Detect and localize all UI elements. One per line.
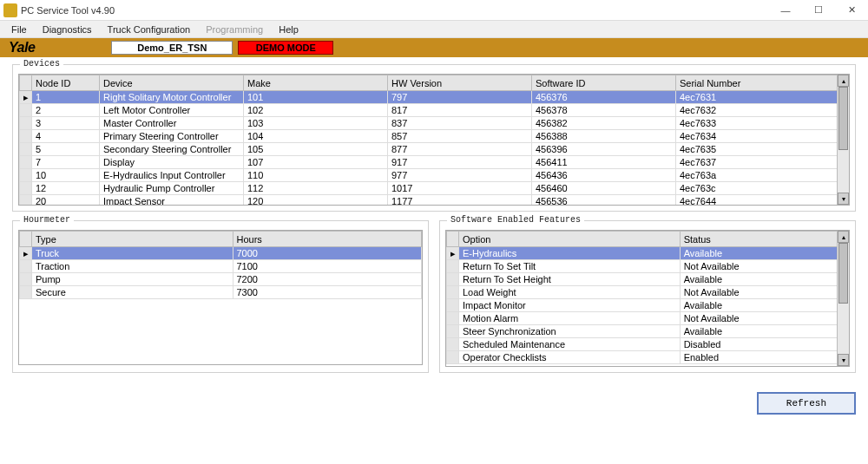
col-hw-version[interactable]: HW Version	[388, 75, 532, 91]
cell-make: 105	[244, 143, 388, 156]
scroll-up-icon[interactable]: ▴	[838, 75, 849, 87]
row-indicator	[20, 182, 32, 195]
cell-node: 12	[32, 182, 100, 195]
devices-scrollbar[interactable]: ▴ ▾	[837, 75, 849, 205]
cell-sw: 456378	[532, 104, 676, 117]
row-indicator	[20, 195, 32, 206]
col-type[interactable]: Type	[32, 232, 233, 247]
table-row[interactable]: ▸E-HydraulicsAvailable	[447, 247, 849, 260]
row-indicator	[20, 273, 32, 286]
refresh-button[interactable]: Refresh	[757, 392, 856, 415]
table-row[interactable]: ▸1Right Solitary Motor Controller1017974…	[20, 91, 849, 104]
minimize-button[interactable]: —	[769, 0, 802, 21]
cell-serial: 4ec763c	[676, 182, 849, 195]
cell-option: Load Weight	[459, 286, 681, 299]
table-row[interactable]: Scheduled MaintenanceDisabled	[447, 338, 849, 351]
table-row[interactable]: ▸Truck7000	[20, 247, 422, 260]
table-row[interactable]: Motion AlarmNot Available	[447, 312, 849, 325]
cell-sw: 456411	[532, 156, 676, 169]
table-row[interactable]: Impact MonitorAvailable	[447, 299, 849, 312]
cell-node: 1	[32, 91, 100, 104]
cell-hw: 817	[388, 104, 532, 117]
row-indicator	[20, 260, 32, 273]
cell-node: 3	[32, 117, 100, 130]
features-scrollbar[interactable]: ▴ ▾	[837, 231, 849, 366]
cell-status: Available	[680, 273, 848, 286]
cell-type: Traction	[32, 260, 233, 273]
table-row[interactable]: 5Secondary Steering Controller1058774563…	[20, 143, 849, 156]
table-row[interactable]: 7Display1079174564114ec7637	[20, 156, 849, 169]
hourmeter-table[interactable]: Type Hours ▸Truck7000Traction7100Pump720…	[19, 231, 422, 299]
demo-name-label: Demo_ER_TSN	[111, 41, 233, 55]
cell-option: Return To Set Tilt	[459, 260, 681, 273]
features-table[interactable]: Option Status ▸E-HydraulicsAvailableRetu…	[446, 231, 849, 364]
row-indicator	[447, 286, 459, 299]
col-make[interactable]: Make	[244, 75, 388, 91]
col-hours[interactable]: Hours	[233, 232, 422, 247]
scroll-down-icon[interactable]: ▾	[838, 193, 849, 205]
cell-hw: 1017	[388, 182, 532, 195]
cell-node: 2	[32, 104, 100, 117]
menu-help[interactable]: Help	[271, 23, 306, 36]
menu-file[interactable]: File	[3, 23, 35, 36]
table-row[interactable]: 10E-Hydraulics Input Controller110977456…	[20, 169, 849, 182]
col-status[interactable]: Status	[680, 232, 848, 247]
col-software-id[interactable]: Software ID	[532, 75, 676, 91]
cell-type: Truck	[32, 247, 233, 260]
row-indicator	[20, 286, 32, 299]
table-row[interactable]: 2Left Motor Controller1028174563784ec763…	[20, 104, 849, 117]
demo-mode-badge: DEMO MODE	[238, 41, 333, 55]
table-row[interactable]: 4Primary Steering Controller104857456388…	[20, 130, 849, 143]
menu-programming[interactable]: Programming	[198, 23, 271, 36]
table-row[interactable]: Pump7200	[20, 273, 422, 286]
row-indicator	[20, 169, 32, 182]
menu-diagnostics[interactable]: Diagnostics	[35, 23, 100, 36]
table-row[interactable]: Return To Set TiltNot Available	[447, 260, 849, 273]
cell-status: Not Available	[680, 286, 848, 299]
hourmeter-group-title: Hourmeter	[20, 215, 74, 225]
col-device[interactable]: Device	[100, 75, 244, 91]
cell-hours: 7300	[233, 286, 422, 299]
cell-sw: 456382	[532, 117, 676, 130]
col-option[interactable]: Option	[459, 232, 681, 247]
table-row[interactable]: 3Master Controller1038374563824ec7633	[20, 117, 849, 130]
menu-truck-configuration[interactable]: Truck Configuration	[100, 23, 199, 36]
cell-sw: 456376	[532, 91, 676, 104]
table-row[interactable]: Secure7300	[20, 286, 422, 299]
cell-make: 107	[244, 156, 388, 169]
features-group: Software Enabled Features Option Status …	[439, 220, 856, 373]
cell-sw: 456396	[532, 143, 676, 156]
row-indicator	[20, 143, 32, 156]
table-row[interactable]: Steer SynchronizationAvailable	[447, 325, 849, 338]
row-indicator	[447, 299, 459, 312]
col-serial-number[interactable]: Serial Number	[676, 75, 849, 91]
maximize-button[interactable]: ☐	[802, 0, 835, 21]
cell-option: Steer Synchronization	[459, 325, 681, 338]
scroll-up-icon[interactable]: ▴	[838, 231, 849, 243]
scroll-down-icon[interactable]: ▾	[838, 354, 849, 366]
close-button[interactable]: ✕	[835, 0, 868, 21]
devices-table[interactable]: Node ID Device Make HW Version Software …	[19, 75, 849, 205]
cell-hw: 1177	[388, 195, 532, 206]
cell-option: Motion Alarm	[459, 312, 681, 325]
table-row[interactable]: Traction7100	[20, 260, 422, 273]
cell-serial: 4ec7631	[676, 91, 849, 104]
col-node-id[interactable]: Node ID	[32, 75, 100, 91]
cell-sw: 456536	[532, 195, 676, 206]
row-indicator	[447, 273, 459, 286]
table-row[interactable]: Return To Set HeightAvailable	[447, 273, 849, 286]
devices-group: Devices Node ID Device Make HW Version S…	[12, 64, 856, 212]
row-indicator	[20, 156, 32, 169]
cell-make: 120	[244, 195, 388, 206]
cell-hw: 977	[388, 169, 532, 182]
cell-device: Left Motor Controller	[100, 104, 244, 117]
cell-make: 104	[244, 130, 388, 143]
cell-node: 4	[32, 130, 100, 143]
row-indicator: ▸	[20, 247, 32, 260]
table-row[interactable]: 12Hydraulic Pump Controller1121017456460…	[20, 182, 849, 195]
table-row[interactable]: Load WeightNot Available	[447, 286, 849, 299]
table-row[interactable]: 20Impact Sensor12011774565364ec7644	[20, 195, 849, 206]
table-row[interactable]: Operator ChecklistsEnabled	[447, 351, 849, 364]
cell-option: E-Hydraulics	[459, 247, 681, 260]
cell-status: Available	[680, 247, 848, 260]
